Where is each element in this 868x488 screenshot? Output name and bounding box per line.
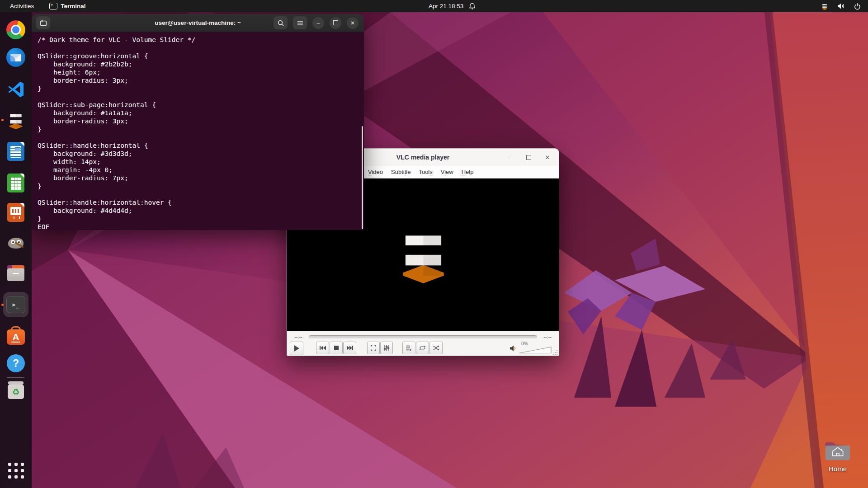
playlist-icon (406, 345, 412, 351)
libreoffice-writer-icon (7, 142, 24, 161)
dock-item-gimp[interactable] (5, 232, 27, 253)
vlc-previous-button[interactable] (316, 342, 329, 354)
chrome-icon (6, 20, 25, 39)
show-apps-button[interactable] (5, 460, 27, 481)
vlc-seek-slider[interactable] (309, 335, 537, 338)
desktop: Home VLC media player – ✕ VideoSubtitleT… (0, 0, 868, 488)
vlc-menu-tools[interactable]: Tools (415, 167, 436, 178)
terminal-window: user@user-virtual-machine: ~ – ✕ /* Dark (32, 14, 364, 230)
volume-status-icon[interactable] (837, 3, 845, 9)
resize-grip[interactable] (552, 350, 557, 356)
vlc-running-indicator (1, 119, 4, 121)
bell-icon (469, 3, 476, 10)
dock-item-thunderbird[interactable] (5, 47, 27, 68)
files-icon (6, 265, 25, 282)
dock-item-libreoffice-writer[interactable] (5, 141, 27, 162)
ubuntu-software-icon: A (7, 329, 25, 345)
libreoffice-impress-icon (7, 203, 24, 222)
dock-item-vscode[interactable] (5, 79, 27, 100)
vlc-fullscreen-button[interactable] (367, 342, 380, 354)
vlc-close-button[interactable]: ✕ (543, 153, 552, 161)
search-icon (278, 20, 284, 26)
previous-icon (319, 345, 326, 351)
vlc-volume-slider[interactable] (518, 346, 552, 354)
focused-app-menu[interactable]: Terminal (49, 3, 85, 9)
terminal-running-indicator (1, 304, 4, 306)
terminal-titlebar[interactable]: user@user-virtual-machine: ~ – ✕ (32, 14, 364, 32)
terminal-minimize-button[interactable]: – (312, 17, 324, 29)
vlc-tray-icon[interactable] (821, 3, 828, 10)
vlc-loop-button[interactable] (416, 342, 429, 354)
clock-button[interactable]: Apr 21 18:53 (429, 0, 476, 12)
libreoffice-calc-icon (7, 174, 24, 192)
dock-item-help[interactable]: ? (5, 352, 27, 374)
home-folder-label: Home (819, 465, 856, 473)
maximize-icon (333, 20, 338, 25)
play-icon (293, 345, 300, 352)
vlc-menu-video[interactable]: Video (364, 167, 387, 178)
fullscreen-icon (370, 345, 377, 351)
power-status-icon[interactable] (854, 3, 861, 10)
terminal-search-button[interactable] (274, 16, 288, 29)
vlc-random-button[interactable] (429, 342, 443, 354)
vlc-remaining-time: --:-- (540, 334, 555, 339)
top-bar: Activities Terminal Apr 21 18:53 (0, 0, 868, 12)
loop-icon (419, 345, 426, 351)
vlc-menu-subtitle[interactable]: Subtitle (387, 167, 415, 178)
dock-item-chrome[interactable] (5, 19, 27, 41)
dock-item-files[interactable] (5, 263, 27, 284)
focused-app-label: Terminal (61, 3, 85, 9)
stop-icon (334, 346, 339, 350)
vlc-minimize-button[interactable]: – (505, 153, 514, 161)
shuffle-icon (433, 345, 439, 351)
dock-separator (7, 377, 24, 378)
vlc-playlist-button[interactable] (402, 342, 415, 354)
trash-icon: ♻ (7, 381, 25, 400)
dock-item-terminal[interactable]: >_ (3, 292, 28, 317)
dock-item-vlc[interactable] (5, 109, 27, 131)
vlc-next-button[interactable] (343, 342, 356, 354)
clock-label: Apr 21 18:53 (429, 3, 463, 9)
vlc-equalizer-button[interactable] (380, 342, 393, 354)
next-icon (346, 345, 354, 351)
vscode-icon (7, 80, 25, 99)
thunderbird-icon (6, 48, 25, 67)
terminal-maximize-button[interactable] (330, 17, 341, 29)
vlc-stop-button[interactable] (330, 342, 343, 354)
vlc-dock-icon (6, 110, 25, 129)
help-icon: ? (7, 354, 25, 372)
vlc-play-button[interactable] (290, 342, 303, 355)
vlc-maximize-button[interactable] (524, 153, 533, 161)
terminal-menu-button[interactable] (293, 16, 307, 29)
home-folder-launcher[interactable]: Home (819, 440, 856, 473)
terminal-app-icon (49, 3, 57, 9)
vlc-cone-logo (397, 224, 449, 283)
new-tab-button[interactable] (36, 16, 50, 29)
vlc-volume-widget: 0% (507, 342, 559, 355)
vlc-menu-help[interactable]: Help (458, 167, 478, 178)
terminal-output[interactable]: /* Dark theme for VLC - Volume Slider */… (32, 32, 364, 230)
terminal-close-button[interactable]: ✕ (347, 17, 359, 29)
activities-button[interactable]: Activities (7, 2, 37, 10)
equalizer-icon (383, 345, 390, 351)
new-tab-icon (40, 19, 47, 26)
dock-item-trash[interactable]: ♻ (5, 380, 27, 401)
dock-item-ubuntu-software[interactable]: A (5, 325, 27, 347)
speaker-icon[interactable] (509, 345, 517, 352)
vlc-menu-view[interactable]: View (437, 167, 458, 178)
hamburger-menu-icon (297, 20, 303, 26)
app-grid-icon (8, 463, 24, 479)
gimp-icon (6, 233, 25, 252)
dock: >_ A ? ♻ (0, 12, 32, 488)
dock-item-libreoffice-impress[interactable] (5, 202, 27, 223)
vlc-controls: --:-- --:-- (287, 331, 559, 356)
terminal-scrollbar[interactable] (362, 126, 363, 229)
terminal-dock-icon: >_ (6, 296, 25, 313)
dock-item-libreoffice-calc[interactable] (5, 172, 27, 194)
maximize-icon (526, 155, 531, 160)
home-folder-icon (825, 440, 851, 461)
vlc-elapsed-time: --:-- (291, 334, 306, 339)
